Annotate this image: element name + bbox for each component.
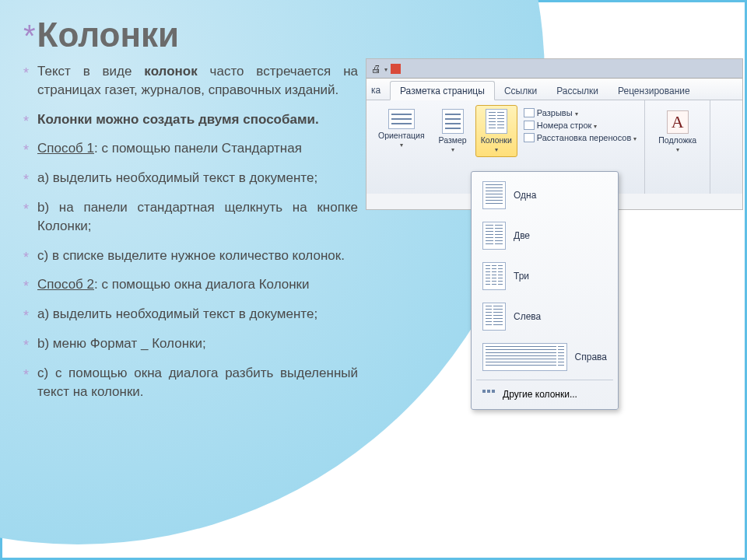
columns-option-three[interactable]: Три xyxy=(472,256,618,296)
dropdown-separator xyxy=(476,380,613,380)
bullet-list: Текст в виде колонок часто встречается н… xyxy=(23,62,358,401)
watermark-button[interactable]: A Подложка ▾ xyxy=(653,107,702,157)
hyphenation-button[interactable]: Расстановка переносов ▾ xyxy=(524,131,637,144)
columns-option-one[interactable]: Одна xyxy=(472,175,618,215)
columns-option-right[interactable]: Справа xyxy=(472,337,618,377)
more-columns-icon xyxy=(482,390,495,399)
hyphenation-icon xyxy=(524,133,535,142)
columns-dropdown: Одна Две Три Слева Справа Другие колон xyxy=(471,171,619,410)
text-column: * Колонки Текст в виде колонок часто вст… xyxy=(23,16,366,544)
chevron-down-icon: ▾ xyxy=(495,146,498,153)
orientation-icon xyxy=(388,109,415,129)
tab-review[interactable]: Рецензирование xyxy=(608,82,700,100)
three-column-icon xyxy=(482,262,506,290)
orientation-button[interactable]: Ориентация ▾ xyxy=(373,105,430,152)
list-item: c) в списке выделите нужное количество к… xyxy=(23,247,358,265)
line-numbers-button[interactable]: Номера строк ▾ xyxy=(524,119,637,131)
list-item: Колонки можно создать двумя способами. xyxy=(23,110,358,129)
ribbon-tabs: ка Разметка страницы Ссылки Рассылки Рец… xyxy=(366,79,742,100)
list-item: b) меню Формат _ Колонки; xyxy=(23,334,358,353)
tab-partial[interactable]: ка xyxy=(366,81,390,100)
slide-title: Колонки xyxy=(37,16,180,54)
line-numbers-icon xyxy=(524,121,535,130)
list-item: Способ 2: с помощью окна диалога Колонки xyxy=(23,275,358,294)
chevron-down-icon: ▾ xyxy=(633,135,637,142)
list-item: b) на панели стандартная щелкнуть на кно… xyxy=(23,198,358,236)
screenshot-column: 🖨 ▾ ка Разметка страницы Ссылки Рассылки… xyxy=(366,16,731,544)
size-button[interactable]: Размер ▾ xyxy=(433,105,472,157)
tab-mailings[interactable]: Рассылки xyxy=(547,82,608,100)
breaks-icon xyxy=(524,108,535,117)
two-column-icon xyxy=(482,222,506,250)
breaks-button[interactable]: Разрывы ▾ xyxy=(524,107,637,119)
tab-page-layout[interactable]: Разметка страницы xyxy=(390,81,495,100)
chevron-down-icon: ▾ xyxy=(575,110,578,117)
columns-option-left[interactable]: Слева xyxy=(472,296,618,337)
chevron-down-icon: ▾ xyxy=(594,123,597,130)
right-column-icon xyxy=(482,343,567,371)
print-preview-icon[interactable]: 🖨 xyxy=(371,63,381,75)
watermark-icon: A xyxy=(667,110,689,134)
list-item: a) выделить необходимый текст в документ… xyxy=(23,305,358,324)
left-column-icon xyxy=(482,303,506,331)
columns-option-more[interactable]: Другие колонки... xyxy=(472,383,618,406)
title-star-icon: * xyxy=(23,20,36,51)
chevron-down-icon: ▾ xyxy=(676,146,679,153)
list-item: c) с помощью окна диалога разбить выделе… xyxy=(23,364,358,401)
columns-icon xyxy=(486,109,507,134)
columns-option-two[interactable]: Две xyxy=(472,215,618,256)
list-item: a) выделить необходимый текст в документ… xyxy=(23,169,358,187)
quick-access-toolbar: 🖨 ▾ xyxy=(366,59,742,79)
chevron-down-icon: ▾ xyxy=(400,142,403,149)
qat-dropdown-icon[interactable]: ▾ xyxy=(384,66,388,73)
one-column-icon xyxy=(482,181,506,209)
group-page-background: A Подложка ▾ xyxy=(645,100,710,194)
slide-content: * Колонки Текст в виде колонок часто вст… xyxy=(0,0,747,560)
columns-button[interactable]: Колонки ▾ xyxy=(475,105,517,157)
list-item: Текст в виде колонок часто встречается н… xyxy=(23,62,358,100)
tab-references[interactable]: Ссылки xyxy=(495,82,547,100)
chevron-down-icon: ▾ xyxy=(451,146,454,153)
qat-separator-icon xyxy=(391,64,401,74)
size-icon xyxy=(442,109,464,134)
list-item: Способ 1: с помощью панели Стандартная xyxy=(23,139,358,158)
